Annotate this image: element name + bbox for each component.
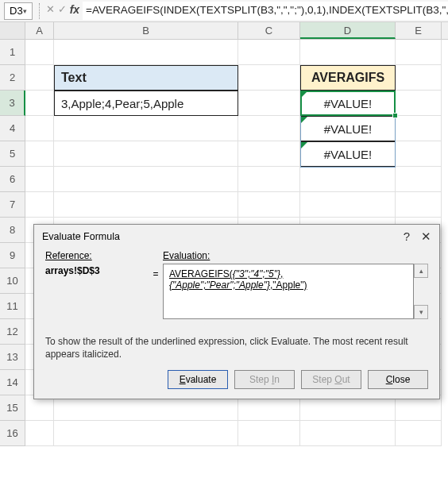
close-button[interactable]: Close <box>368 370 428 389</box>
cell-D5[interactable]: #VALUE! <box>300 141 396 167</box>
name-box-value: D3 <box>10 5 23 17</box>
cell[interactable] <box>238 91 300 116</box>
cell[interactable] <box>238 167 300 192</box>
row-8[interactable]: 8 <box>0 218 25 243</box>
col-A[interactable]: A <box>25 22 54 39</box>
cell[interactable] <box>25 40 54 65</box>
cell[interactable] <box>396 91 442 116</box>
row-3[interactable]: 3 <box>0 91 25 116</box>
chevron-down-icon[interactable]: ▾ <box>23 7 27 15</box>
fx-icon[interactable]: fx <box>70 3 79 16</box>
formula-input[interactable]: =AVERAGEIFS(INDEX(TEXTSPLIT(B3,",",";"),… <box>83 2 448 21</box>
step-in-button[interactable]: Step In <box>234 370 295 389</box>
cell[interactable] <box>238 192 300 218</box>
row-1[interactable]: 1 <box>0 40 25 65</box>
cell[interactable] <box>25 192 54 218</box>
row-14[interactable]: 14 <box>0 370 25 395</box>
cell[interactable] <box>54 192 238 218</box>
formula-bar: D3 ▾ ✕ ✓ fx =AVERAGEIFS(INDEX(TEXTSPLIT(… <box>0 0 448 22</box>
reference-value: arrays!$D$3 <box>45 264 149 276</box>
cell[interactable] <box>300 192 396 218</box>
help-icon[interactable]: ? <box>404 229 410 244</box>
cell[interactable] <box>54 141 238 167</box>
cell[interactable] <box>300 167 396 192</box>
close-icon[interactable]: ✕ <box>421 229 431 244</box>
cell[interactable] <box>25 91 54 116</box>
column-headers: A B C D E <box>0 22 448 40</box>
cell[interactable] <box>396 192 442 218</box>
name-box[interactable]: D3 ▾ <box>4 2 33 20</box>
reference-label: Reference: <box>45 250 163 261</box>
cell[interactable] <box>54 167 238 192</box>
scroll-down-icon[interactable]: ▾ <box>414 305 428 319</box>
row-4[interactable]: 4 <box>0 116 25 141</box>
row-12[interactable]: 12 <box>0 319 25 345</box>
cell[interactable] <box>25 167 54 192</box>
step-out-button[interactable]: Step Out <box>301 370 361 389</box>
cell[interactable] <box>396 40 442 65</box>
cell[interactable] <box>25 116 54 141</box>
cell[interactable] <box>300 40 396 65</box>
evaluation-box[interactable]: AVERAGEIFS({"3";"4";"5"},{"Apple";"Pear"… <box>163 264 414 319</box>
scroll-up-icon[interactable]: ▴ <box>414 264 428 278</box>
row-9[interactable]: 9 <box>0 243 25 268</box>
cell-B3[interactable]: 3,Apple;4,Pear;5,Apple <box>54 91 238 116</box>
row-10[interactable]: 10 <box>0 268 25 294</box>
col-D[interactable]: D <box>300 22 396 39</box>
dialog-titlebar[interactable]: Evaluate Formula ? ✕ <box>34 225 439 249</box>
cell[interactable] <box>54 116 238 141</box>
cell[interactable] <box>238 40 300 65</box>
cell-D4[interactable]: #VALUE! <box>300 116 396 141</box>
evaluate-formula-dialog: Evaluate Formula ? ✕ Reference: Evaluati… <box>33 224 440 399</box>
col-E[interactable]: E <box>396 22 442 39</box>
fill-handle[interactable] <box>392 113 398 118</box>
row-11[interactable]: 11 <box>0 294 25 319</box>
formula-icons: ✕ ✓ fx <box>46 2 79 16</box>
cell[interactable] <box>396 421 442 446</box>
select-all-corner[interactable] <box>0 22 25 39</box>
dialog-buttons: Evaluate Step In Step Out Close <box>34 365 439 399</box>
row-16[interactable]: 16 <box>0 421 25 446</box>
cell[interactable] <box>54 421 238 446</box>
cell[interactable] <box>396 65 442 91</box>
cell[interactable] <box>300 421 396 446</box>
cell[interactable] <box>25 65 54 91</box>
eval-scrollbar[interactable]: ▴ ▾ <box>414 264 428 319</box>
row-5[interactable]: 5 <box>0 141 25 167</box>
cell-D3[interactable]: #VALUE! <box>300 91 396 116</box>
cancel-icon[interactable]: ✕ <box>46 3 55 15</box>
row-7[interactable]: 7 <box>0 192 25 218</box>
cell[interactable] <box>25 141 54 167</box>
equals-sign: = <box>149 264 163 279</box>
cell[interactable] <box>396 167 442 192</box>
row-2[interactable]: 2 <box>0 65 25 91</box>
dialog-help-text: To show the result of the underlined exp… <box>34 326 439 365</box>
cell[interactable] <box>396 141 442 167</box>
dialog-title: Evaluate Formula <box>42 231 120 242</box>
col-C[interactable]: C <box>238 22 300 39</box>
row-15[interactable]: 15 <box>0 395 25 421</box>
cell[interactable] <box>54 40 238 65</box>
evaluate-button[interactable]: Evaluate <box>168 370 228 389</box>
cell-D2[interactable]: AVERAGIFS <box>300 65 396 91</box>
cell[interactable] <box>238 141 300 167</box>
evaluation-label: Evaluation: <box>163 250 210 261</box>
cell[interactable] <box>238 421 300 446</box>
cell[interactable] <box>396 116 442 141</box>
divider <box>39 3 40 19</box>
row-13[interactable]: 13 <box>0 345 25 370</box>
col-B[interactable]: B <box>54 22 238 39</box>
cell[interactable] <box>25 421 54 446</box>
row-6[interactable]: 6 <box>0 167 25 192</box>
cell[interactable] <box>238 65 300 91</box>
cell-B2[interactable]: Text <box>54 65 238 91</box>
confirm-icon[interactable]: ✓ <box>58 3 67 15</box>
cell[interactable] <box>238 116 300 141</box>
